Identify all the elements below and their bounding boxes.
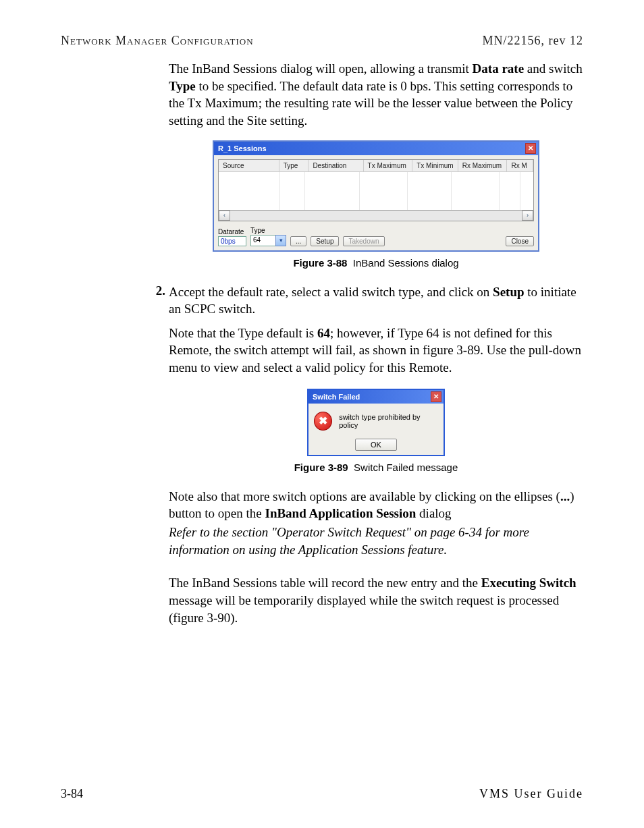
col-tx-minimum[interactable]: Tx Minimum xyxy=(412,160,458,171)
table-rows xyxy=(219,172,533,210)
close-icon[interactable]: ✕ xyxy=(525,143,536,154)
note-executing-switch: The InBand Sessions table will record th… xyxy=(169,574,583,626)
dialog-controls: Datarate 0bps Type 64 ▾ ... Setup Takedo… xyxy=(218,221,534,246)
note-type-default: Note that the Type default is 64; howeve… xyxy=(169,325,583,377)
page-header: Network Manager Configuration MN/22156, … xyxy=(61,34,583,48)
close-icon[interactable]: ✕ xyxy=(431,391,441,402)
table-row[interactable] xyxy=(219,172,533,182)
col-source[interactable]: Source xyxy=(219,160,279,171)
text: Note also that more switch options are a… xyxy=(169,489,560,503)
datarate-input[interactable]: 0bps xyxy=(218,236,246,246)
text-bold: Type xyxy=(169,79,196,93)
text: The InBand Sessions dialog will open, al… xyxy=(169,61,473,76)
table-row[interactable] xyxy=(219,191,533,200)
text: Accept the default rate, select a valid … xyxy=(169,285,493,299)
refer-paragraph: Refer to the section "Operator Switch Re… xyxy=(169,524,583,558)
col-type[interactable]: Type xyxy=(279,160,309,171)
table-row[interactable] xyxy=(219,182,533,191)
page-number: 3-84 xyxy=(61,787,83,801)
text-bold: Executing Switch xyxy=(481,576,576,590)
text: to be specified. The default data rate i… xyxy=(169,79,573,128)
text-bold: ... xyxy=(560,489,570,503)
dialog-title: R_1 Sessions xyxy=(218,144,267,153)
switch-failed-dialog: Switch Failed ✕ ✖ switch type prohibited… xyxy=(307,389,445,456)
text-italic: Refer to the section "Operator Switch Re… xyxy=(169,525,529,557)
ok-button[interactable]: OK xyxy=(355,439,397,451)
col-rx-m[interactable]: Rx M xyxy=(507,160,533,171)
setup-button[interactable]: Setup xyxy=(311,236,339,246)
text: dialog xyxy=(416,506,451,520)
dialog-titlebar[interactable]: Switch Failed ✕ xyxy=(308,390,444,404)
body: The InBand Sessions dialog will open, al… xyxy=(169,60,583,626)
figure-text: Switch Failed message xyxy=(354,462,458,473)
scroll-left-arrow-icon[interactable]: ‹ xyxy=(219,211,230,221)
error-icon: ✖ xyxy=(314,412,332,431)
text: . xyxy=(444,543,447,557)
text: and switch xyxy=(524,61,583,76)
header-section-title: Network Manager Configuration xyxy=(61,34,254,48)
figure-text: InBand Sessions dialog xyxy=(353,257,459,269)
datarate-label: Datarate xyxy=(218,228,246,236)
dialog-titlebar[interactable]: R_1 Sessions ✕ xyxy=(214,142,538,155)
ellipsis-button[interactable]: ... xyxy=(290,236,306,246)
type-field: Type 64 ▾ xyxy=(250,227,286,246)
page: Network Manager Configuration MN/22156, … xyxy=(0,0,644,828)
takedown-button[interactable]: Takedown xyxy=(343,236,384,246)
table-row[interactable] xyxy=(219,200,533,210)
dialog-body: Source Type Destination Tx Maximum Tx Mi… xyxy=(214,155,538,250)
note-ellipses: Note also that more switch options are a… xyxy=(169,488,583,522)
step-number: 2. xyxy=(145,283,169,318)
type-combo[interactable]: 64 ▾ xyxy=(250,235,286,246)
table-header: Source Type Destination Tx Maximum Tx Mi… xyxy=(219,160,533,172)
footer-guide-title: VMS User Guide xyxy=(479,787,583,801)
intro-paragraph: The InBand Sessions dialog will open, al… xyxy=(169,60,583,130)
text-bold: InBand Application Session xyxy=(265,506,416,520)
error-message: switch type prohibited by policy xyxy=(339,413,438,429)
header-doc-id: MN/22156, rev 12 xyxy=(483,34,584,48)
col-destination[interactable]: Destination xyxy=(308,160,363,171)
datarate-field: Datarate 0bps xyxy=(218,228,246,246)
col-rx-maximum[interactable]: Rx Maximum xyxy=(458,160,508,171)
figure-88-caption: Figure 3-88 InBand Sessions dialog xyxy=(169,257,583,269)
text: Note that the Type default is xyxy=(169,326,317,340)
type-value[interactable]: 64 xyxy=(250,235,275,246)
text-bold: Setup xyxy=(493,285,524,299)
step-text: Accept the default rate, select a valid … xyxy=(169,283,583,318)
close-button[interactable]: Close xyxy=(506,236,534,246)
scroll-right-arrow-icon[interactable]: › xyxy=(522,211,533,221)
figure-number: Figure 3-88 xyxy=(293,257,347,269)
dialog-title: Switch Failed xyxy=(313,393,360,401)
horizontal-scrollbar[interactable]: ‹ › xyxy=(218,211,534,221)
figure-number: Figure 3-89 xyxy=(294,462,348,473)
text-bold: Data rate xyxy=(473,61,525,76)
dialog-body: ✖ switch type prohibited by policy OK xyxy=(308,404,444,455)
text-bold: 64 xyxy=(317,326,330,340)
col-tx-maximum[interactable]: Tx Maximum xyxy=(364,160,413,171)
type-label: Type xyxy=(250,227,286,234)
text: message will be temporarily displayed wh… xyxy=(169,593,559,625)
chevron-down-icon[interactable]: ▾ xyxy=(275,235,286,246)
message-row: ✖ switch type prohibited by policy xyxy=(314,412,438,431)
sessions-table: Source Type Destination Tx Maximum Tx Mi… xyxy=(218,159,534,211)
text: The InBand Sessions table will record th… xyxy=(169,576,481,590)
page-footer: 3-84 VMS User Guide xyxy=(61,787,583,801)
step-2: 2. Accept the default rate, select a val… xyxy=(169,283,583,318)
inband-sessions-dialog: R_1 Sessions ✕ Source Type Destination T… xyxy=(213,140,539,252)
figure-89-caption: Figure 3-89 Switch Failed message xyxy=(169,462,583,473)
